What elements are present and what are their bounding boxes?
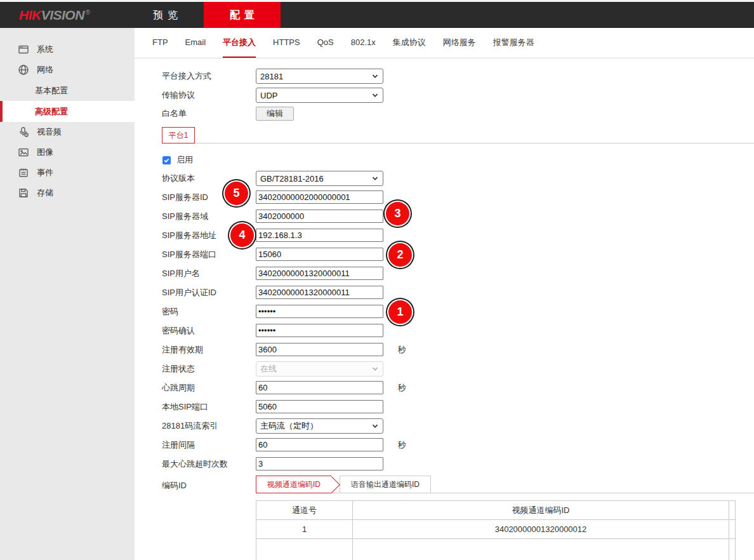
encoding-id-tabs: 视频通道编码ID 语音输出通道编码ID bbox=[256, 476, 754, 493]
tab-platform-1[interactable]: 平台1 bbox=[162, 127, 195, 143]
annotation-number: 2 bbox=[397, 248, 403, 262]
storage-floppy-icon bbox=[18, 187, 29, 199]
tab-8021x[interactable]: 802.1x bbox=[351, 28, 376, 58]
sip-server-id-input[interactable] bbox=[256, 190, 383, 204]
field-label: 密码 bbox=[162, 306, 256, 317]
annotation-circle-2: 2 bbox=[388, 243, 412, 267]
field-label: 密码确认 bbox=[162, 325, 256, 337]
tab-qos[interactable]: QoS bbox=[317, 28, 334, 58]
selected-value: UDP bbox=[260, 91, 277, 100]
annotation-circle-1: 1 bbox=[388, 300, 412, 324]
field-label: 注册间隔 bbox=[162, 439, 256, 451]
unit-label: 秒 bbox=[398, 439, 406, 451]
tab-https[interactable]: HTTPS bbox=[273, 28, 300, 58]
field-label: 28181码流索引 bbox=[162, 420, 256, 432]
body-layout: 系统 网络 基本配置 高级配置 视音频 bbox=[0, 28, 754, 560]
app-header: HIKVISION® 预览 配置 bbox=[0, 2, 754, 28]
selected-value: 28181 bbox=[260, 72, 283, 81]
sidebar-item-label: 高级配置 bbox=[35, 106, 68, 117]
tab-video-channel-encoding-id[interactable]: 视频通道编码ID bbox=[256, 476, 331, 493]
annotation-number: 3 bbox=[394, 207, 400, 220]
platform-access-method-select[interactable]: 28181 bbox=[256, 69, 383, 84]
heartbeat-period-input[interactable] bbox=[256, 381, 383, 394]
main-content: FTP Email 平台接入 HTTPS QoS 802.1x 集成协议 网络服… bbox=[135, 28, 754, 560]
sidebar-item-label: 事件 bbox=[37, 167, 53, 178]
selected-value: 主码流（定时） bbox=[260, 420, 318, 432]
stream-index-select[interactable]: 主码流（定时） bbox=[256, 418, 383, 434]
registration-interval-input[interactable] bbox=[256, 438, 383, 451]
password-confirm-input[interactable] bbox=[256, 324, 383, 337]
hikvision-logo: HIKVISION® bbox=[19, 8, 90, 23]
selected-value: 在线 bbox=[260, 363, 277, 375]
password-input[interactable] bbox=[256, 305, 383, 318]
table-header-row: 通道号 视频通道编码ID bbox=[256, 501, 736, 520]
table-row[interactable]: 1 34020000001320000012 bbox=[256, 520, 736, 539]
local-sip-port-input[interactable] bbox=[256, 400, 383, 413]
field-label: 白名单 bbox=[162, 108, 256, 119]
sidebar-item-system[interactable]: 系统 bbox=[0, 39, 135, 60]
sidebar-item-event[interactable]: 事件 bbox=[0, 163, 135, 183]
enable-checkbox[interactable] bbox=[162, 156, 171, 164]
unit-label: 秒 bbox=[398, 344, 406, 356]
column-header-spacer bbox=[729, 501, 736, 520]
sidebar-item-advanced-config[interactable]: 高级配置 bbox=[0, 101, 135, 122]
sip-user-auth-id-input[interactable] bbox=[256, 286, 383, 299]
chevron-down-icon bbox=[371, 72, 379, 80]
field-label: 编码ID bbox=[162, 476, 256, 491]
sip-username-input[interactable] bbox=[256, 267, 383, 280]
column-header-encoding-id: 视频通道编码ID bbox=[353, 501, 729, 520]
sip-server-domain-input[interactable] bbox=[256, 210, 383, 223]
field-label: SIP服务器域 bbox=[162, 211, 256, 222]
tab-alarm-server[interactable]: 报警服务器 bbox=[493, 28, 534, 58]
field-label: 注册有效期 bbox=[162, 344, 256, 356]
sip-server-port-input[interactable] bbox=[256, 248, 383, 261]
tab-preview[interactable]: 预览 bbox=[127, 2, 204, 28]
sidebar-item-label: 基本配置 bbox=[35, 85, 68, 97]
platform-access-form: 平台接入方式 28181 传输协议 UDP 白名单 编辑 bbox=[135, 58, 754, 560]
field-label: 本地SIP端口 bbox=[162, 401, 256, 413]
tab-platform-access[interactable]: 平台接入 bbox=[223, 28, 256, 58]
tab-audio-output-channel-encoding-id[interactable]: 语音输出通道编码ID bbox=[340, 476, 431, 493]
annotation-circle-4: 4 bbox=[230, 223, 254, 247]
registration-validity-input[interactable] bbox=[256, 343, 383, 356]
sidebar-item-audio-video[interactable]: 视音频 bbox=[0, 122, 135, 142]
field-label: 平台接入方式 bbox=[162, 70, 256, 82]
sidebar-item-network[interactable]: 网络 bbox=[0, 60, 135, 80]
field-label: SIP服务器端口 bbox=[162, 249, 256, 260]
transport-protocol-select[interactable]: UDP bbox=[256, 88, 383, 103]
registration-status-select: 在线 bbox=[256, 361, 383, 377]
chevron-down-icon bbox=[371, 422, 379, 430]
tab-ftp[interactable]: FTP bbox=[152, 28, 168, 58]
annotation-number: 1 bbox=[397, 305, 403, 319]
header-tabs: 预览 配置 bbox=[127, 2, 281, 28]
field-label: 注册状态 bbox=[162, 363, 256, 375]
sidebar-item-basic-config[interactable]: 基本配置 bbox=[0, 80, 135, 101]
tab-email[interactable]: Email bbox=[185, 28, 206, 58]
sidebar-item-label: 视音频 bbox=[37, 126, 62, 138]
annotation-number: 5 bbox=[233, 187, 239, 200]
tab-label: 视频通道编码ID bbox=[267, 479, 321, 490]
field-label: 传输协议 bbox=[162, 90, 256, 101]
field-label: 心跳周期 bbox=[162, 382, 256, 394]
tab-network-service[interactable]: 网络服务 bbox=[443, 28, 476, 58]
whitelist-edit-button[interactable]: 编辑 bbox=[256, 107, 294, 121]
sip-server-address-input[interactable] bbox=[256, 229, 383, 242]
logo-hik: HIK bbox=[19, 8, 41, 22]
field-label: 最大心跳超时次数 bbox=[162, 458, 256, 470]
chevron-down-icon bbox=[371, 175, 379, 182]
max-heartbeat-timeouts-input[interactable] bbox=[256, 457, 383, 470]
spacer-cell bbox=[729, 520, 736, 539]
sidebar-item-label: 网络 bbox=[37, 64, 53, 76]
protocol-version-select[interactable]: GB/T28181-2016 bbox=[256, 171, 383, 186]
sidebar: 系统 网络 基本配置 高级配置 视音频 bbox=[0, 28, 135, 560]
tab-integration-protocol[interactable]: 集成协议 bbox=[393, 28, 426, 58]
tab-configuration[interactable]: 配置 bbox=[204, 2, 281, 28]
sidebar-item-label: 图像 bbox=[37, 147, 53, 158]
logo-vision: VISION bbox=[41, 8, 84, 22]
tab-label: 语音输出通道编码ID bbox=[351, 479, 420, 490]
sidebar-item-image[interactable]: 图像 bbox=[0, 142, 135, 163]
sidebar-item-storage[interactable]: 存储 bbox=[0, 183, 135, 203]
annotation-number: 4 bbox=[239, 229, 245, 242]
channel-cell: 1 bbox=[256, 520, 353, 539]
tab-arrow-shape bbox=[323, 476, 340, 493]
